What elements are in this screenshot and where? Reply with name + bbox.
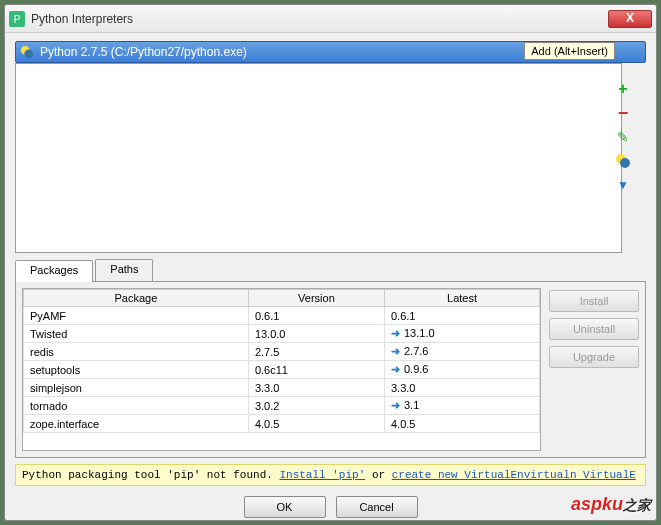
packages-table-wrap: Package Version Latest PyAMF0.6.10.6.1Tw… — [22, 288, 541, 451]
dialog-buttons: OK Cancel — [5, 490, 656, 520]
install-button[interactable]: Install — [549, 290, 639, 312]
cell-version: 3.0.2 — [248, 397, 384, 415]
upgrade-button[interactable]: Upgrade — [549, 346, 639, 368]
tab-body: Package Version Latest PyAMF0.6.10.6.1Tw… — [15, 281, 646, 458]
message-mid: or — [365, 469, 391, 481]
cell-package: Twisted — [24, 325, 249, 343]
cell-latest: ➜0.9.6 — [385, 361, 540, 379]
cell-package: tornado — [24, 397, 249, 415]
cell-version: 3.3.0 — [248, 379, 384, 397]
upgrade-arrow-icon: ➜ — [391, 345, 400, 357]
cell-package: redis — [24, 343, 249, 361]
python-env-icon[interactable] — [615, 153, 631, 169]
table-row[interactable]: Twisted13.0.0➜13.1.0 — [24, 325, 540, 343]
add-icon[interactable]: + — [615, 81, 631, 97]
create-venv-link[interactable]: create new VirtualEnvirtualn VirtualE — [392, 469, 636, 481]
cell-latest: 3.3.0 — [385, 379, 540, 397]
close-button[interactable]: X — [608, 10, 652, 28]
cell-version: 2.7.5 — [248, 343, 384, 361]
cell-latest: ➜2.7.6 — [385, 343, 540, 361]
tab-bar: Packages Paths — [15, 259, 646, 281]
col-version[interactable]: Version — [248, 290, 384, 307]
col-package[interactable]: Package — [24, 290, 249, 307]
table-row[interactable]: tornado3.0.2➜3.1 — [24, 397, 540, 415]
cell-latest: 0.6.1 — [385, 307, 540, 325]
cancel-button[interactable]: Cancel — [336, 496, 418, 518]
upgrade-arrow-icon: ➜ — [391, 363, 400, 375]
remove-icon[interactable]: − — [615, 105, 631, 121]
side-toolbar: + − ✎ ▼ — [614, 81, 632, 193]
table-row[interactable]: zope.interface4.0.54.0.5 — [24, 415, 540, 433]
table-row[interactable]: redis2.7.5➜2.7.6 — [24, 343, 540, 361]
interpreter-label: Python 2.7.5 (C:/Python27/python.exe) — [40, 45, 247, 59]
upgrade-arrow-icon: ➜ — [391, 327, 400, 339]
add-tooltip: Add (Alt+Insert) — [524, 42, 615, 60]
tab-paths[interactable]: Paths — [95, 259, 153, 281]
svg-text:P: P — [14, 14, 21, 25]
cell-package: setuptools — [24, 361, 249, 379]
packages-table: Package Version Latest PyAMF0.6.10.6.1Tw… — [23, 289, 540, 433]
packages-panel: Packages Paths Package Version Latest Py… — [15, 259, 646, 458]
uninstall-button[interactable]: Uninstall — [549, 318, 639, 340]
cell-version: 13.0.0 — [248, 325, 384, 343]
table-row[interactable]: PyAMF0.6.10.6.1 — [24, 307, 540, 325]
window-title: Python Interpreters — [31, 12, 608, 26]
cell-latest: ➜13.1.0 — [385, 325, 540, 343]
cell-package: simplejson — [24, 379, 249, 397]
package-buttons: Install Uninstall Upgrade — [549, 288, 639, 451]
interpreter-tree[interactable] — [15, 63, 622, 253]
message-bar: Python packaging tool 'pip' not found. I… — [15, 464, 646, 486]
cell-package: PyAMF — [24, 307, 249, 325]
cell-version: 0.6c11 — [248, 361, 384, 379]
install-pip-link[interactable]: Install 'pip' — [279, 469, 365, 481]
cell-package: zope.interface — [24, 415, 249, 433]
ok-button[interactable]: OK — [244, 496, 326, 518]
col-latest[interactable]: Latest — [385, 290, 540, 307]
tab-packages[interactable]: Packages — [15, 260, 93, 282]
content-area: Python 2.7.5 (C:/Python27/python.exe) Ad… — [5, 33, 656, 460]
table-row[interactable]: setuptools0.6c11➜0.9.6 — [24, 361, 540, 379]
message-text: Python packaging tool 'pip' not found. — [22, 469, 279, 481]
cell-version: 0.6.1 — [248, 307, 384, 325]
cell-latest: ➜3.1 — [385, 397, 540, 415]
cell-latest: 4.0.5 — [385, 415, 540, 433]
cell-version: 4.0.5 — [248, 415, 384, 433]
dialog-window: P Python Interpreters X Python 2.7.5 (C:… — [4, 4, 657, 521]
python-icon — [20, 45, 34, 59]
svg-point-3 — [24, 49, 33, 58]
filter-icon[interactable]: ▼ — [615, 177, 631, 193]
interpreter-entry[interactable]: Python 2.7.5 (C:/Python27/python.exe) Ad… — [15, 41, 646, 63]
table-row[interactable]: simplejson3.3.03.3.0 — [24, 379, 540, 397]
edit-icon[interactable]: ✎ — [615, 129, 631, 145]
titlebar: P Python Interpreters X — [5, 5, 656, 33]
svg-point-5 — [620, 158, 630, 168]
upgrade-arrow-icon: ➜ — [391, 399, 400, 411]
app-icon: P — [9, 11, 25, 27]
